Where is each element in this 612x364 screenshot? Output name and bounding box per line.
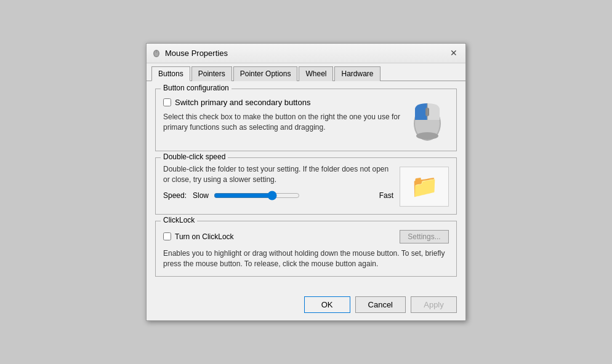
title-bar: Mouse Properties ✕ [147,44,465,63]
button-config-label: Button configuration [161,84,232,92]
fast-label: Fast [379,191,393,200]
folder-icon: 📁 [411,173,438,199]
double-click-label: Double-click speed [161,152,228,161]
speed-label: Speed: [163,191,188,200]
clicklock-checkbox[interactable] [163,232,171,240]
dialog-icon [151,48,161,58]
button-config-group: Button configuration Switch primary and … [155,89,457,151]
dialog-title: Mouse Properties [165,49,447,58]
clicklock-description: Enables you to highlight or drag without… [163,248,449,269]
tab-pointer-options[interactable]: Pointer Options [233,66,298,81]
tab-bar: Buttons Pointers Pointer Options Wheel H… [147,63,465,81]
close-button[interactable]: ✕ [447,46,461,60]
double-click-description: Double-click the folder to test your set… [163,164,393,185]
ok-button[interactable]: OK [304,296,350,313]
apply-button[interactable]: Apply [411,296,457,313]
clicklock-settings-button[interactable]: Settings... [400,230,449,243]
speed-slider[interactable] [214,191,300,200]
tab-hardware[interactable]: Hardware [334,66,380,81]
primary-secondary-checkbox[interactable] [163,98,171,106]
double-click-group: Double-click speed Double-click the fold… [155,157,457,215]
tab-wheel[interactable]: Wheel [299,66,333,81]
cancel-button[interactable]: Cancel [355,296,406,313]
tab-pointers[interactable]: Pointers [191,66,232,81]
dialog-content: Button configuration Switch primary and … [147,81,465,291]
slow-label: Slow [193,191,209,200]
tab-buttons[interactable]: Buttons [151,66,190,81]
clicklock-group: ClickLock Turn on ClickLock Settings... … [155,221,457,277]
folder-test-area[interactable]: 📁 [400,167,449,207]
button-config-description: Select this check box to make the button… [163,112,406,133]
dialog-buttons: OK Cancel Apply [147,290,465,320]
clicklock-checkbox-label: Turn on ClickLock [175,232,234,241]
mouse-illustration [406,94,449,143]
primary-secondary-label: Switch primary and secondary buttons [175,98,310,107]
svg-point-7 [416,132,438,140]
clicklock-label: ClickLock [161,216,197,224]
mouse-properties-dialog: Mouse Properties ✕ Buttons Pointers Poin… [146,43,466,322]
